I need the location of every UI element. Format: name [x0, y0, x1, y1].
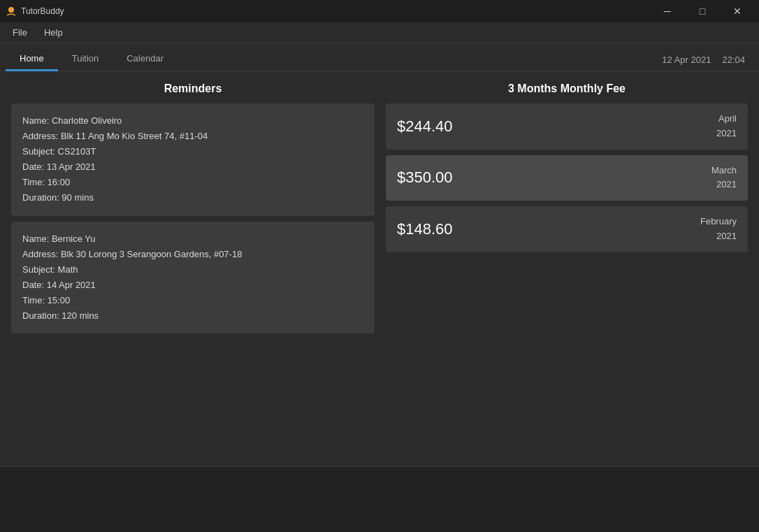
- reminder-2-name: Name: Bernice Yu: [22, 231, 363, 247]
- title-bar: TutorBuddy ─ □ ✕: [0, 0, 759, 22]
- reminder-1-duration: Duration: 90 mins: [22, 190, 363, 206]
- reminder-2-duration: Duration: 120 mins: [22, 308, 363, 324]
- nav-bar: Home Tuition Calendar 12 Apr 2021 22:04: [0, 43, 759, 71]
- reminder-2-time: Time: 15:00: [22, 293, 363, 308]
- tab-home[interactable]: Home: [6, 48, 58, 71]
- title-bar-left: TutorBuddy: [6, 6, 64, 17]
- reminder-2-date: Date: 14 Apr 2021: [22, 278, 363, 293]
- fee-period-april: April 2021: [716, 112, 737, 141]
- monthly-fee-title: 3 Months Monthly Fee: [386, 82, 748, 95]
- reminder-1-address: Address: Blk 11 Ang Mo Kio Street 74, #1…: [22, 129, 363, 144]
- reminders-title: Reminders: [11, 82, 375, 95]
- nav-date: 12 Apr 2021: [662, 55, 711, 65]
- fee-card-april: $244.40 April 2021: [386, 103, 748, 150]
- fee-amount-february: $148.60: [397, 220, 453, 238]
- fee-period-march: March 2021: [711, 164, 737, 193]
- app-title: TutorBuddy: [21, 6, 64, 16]
- svg-point-0: [8, 7, 14, 13]
- reminder-2-subject: Subject: Math: [22, 262, 363, 278]
- nav-time: 22:04: [722, 55, 745, 65]
- menu-help[interactable]: Help: [37, 24, 70, 41]
- menu-bar: File Help: [0, 22, 759, 43]
- bottom-area: [0, 466, 759, 532]
- reminder-card-2: Name: Bernice Yu Address: Blk 30 Lorong …: [11, 222, 375, 334]
- reminder-1-date: Date: 13 Apr 2021: [22, 159, 363, 175]
- nav-datetime: 12 Apr 2021 22:04: [653, 55, 753, 71]
- reminder-card-1: Name: Charlotte Oliveiro Address: Blk 11…: [11, 103, 375, 216]
- fee-amount-march: $350.00: [397, 168, 453, 187]
- reminder-1-subject: Subject: CS2103T: [22, 144, 363, 159]
- monthly-fee-panel: 3 Months Monthly Fee $244.40 April 2021 …: [386, 82, 748, 455]
- app-icon: [6, 6, 17, 17]
- title-bar-controls: ─ □ ✕: [651, 0, 753, 22]
- tab-tuition[interactable]: Tuition: [58, 48, 113, 71]
- reminders-panel: Reminders Name: Charlotte Oliveiro Addre…: [11, 82, 375, 455]
- reminder-1-name: Name: Charlotte Oliveiro: [22, 113, 363, 129]
- main-content: Reminders Name: Charlotte Oliveiro Addre…: [0, 71, 759, 466]
- fee-card-february: $148.60 February 2021: [386, 206, 748, 252]
- menu-file[interactable]: File: [6, 24, 34, 41]
- close-button[interactable]: ✕: [721, 0, 753, 22]
- fee-card-march: $350.00 March 2021: [386, 155, 748, 201]
- minimize-button[interactable]: ─: [651, 0, 684, 22]
- fee-amount-april: $244.40: [397, 117, 453, 136]
- fee-period-february: February 2021: [700, 215, 737, 244]
- tab-calendar[interactable]: Calendar: [113, 48, 178, 71]
- reminder-2-address: Address: Blk 30 Lorong 3 Serangoon Garde…: [22, 247, 363, 262]
- maximize-button[interactable]: □: [686, 0, 718, 22]
- reminder-1-time: Time: 16:00: [22, 175, 363, 190]
